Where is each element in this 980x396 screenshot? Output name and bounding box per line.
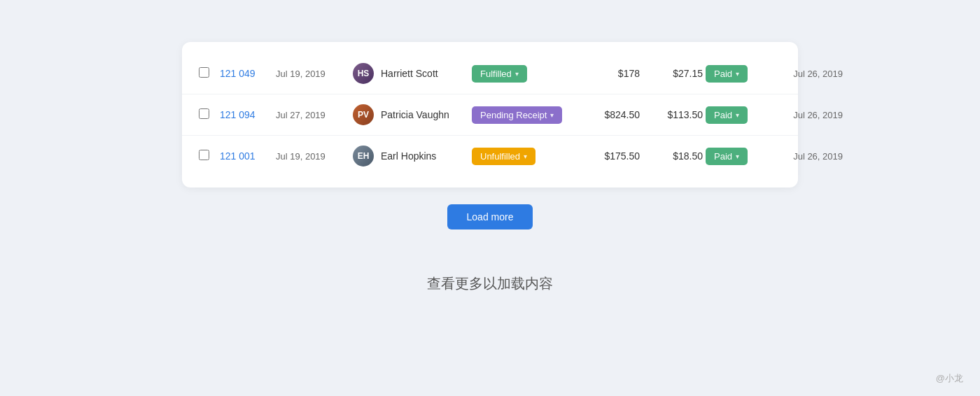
payment-chevron-icon: ▾	[736, 111, 739, 119]
order-number[interactable]: 121 094	[220, 108, 276, 121]
order-date: Jul 27, 2019	[276, 110, 353, 120]
order-fee: $18.50	[640, 150, 703, 162]
order-amount: $178	[577, 68, 640, 79]
row-checkbox-col	[199, 150, 220, 163]
last-date: Jul 26, 2019	[773, 69, 843, 79]
order-link[interactable]: 121 049	[220, 68, 255, 79]
order-link[interactable]: 121 001	[220, 150, 255, 162]
customer-name: Harriett Scott	[381, 68, 472, 79]
load-more-button[interactable]: Load more	[447, 204, 533, 229]
orders-card: 121 049 Jul 19, 2019 HS Harriett Scott F…	[182, 42, 798, 188]
row-checkbox[interactable]	[199, 67, 209, 78]
payment-status-badge[interactable]: Paid ▾	[706, 148, 748, 165]
row-checkbox[interactable]	[199, 150, 209, 160]
avatar: HS	[353, 63, 374, 84]
order-fee: $27.15	[640, 68, 703, 79]
last-date: Jul 26, 2019	[773, 151, 843, 162]
load-more-container: Load more	[447, 204, 533, 229]
table-row: 121 001 Jul 19, 2019 EH Earl Hopkins Unf…	[182, 136, 798, 176]
row-checkbox-col	[199, 67, 220, 80]
customer-name: Patricia Vaughn	[381, 109, 472, 120]
payment-chevron-icon: ▾	[736, 70, 739, 78]
fulfillment-status-col: Unfulfilled ▾	[472, 148, 577, 165]
table-row: 121 049 Jul 19, 2019 HS Harriett Scott F…	[182, 53, 798, 94]
order-date: Jul 19, 2019	[276, 151, 353, 162]
status-chevron-icon: ▾	[550, 111, 554, 119]
payment-chevron-icon: ▾	[736, 153, 739, 160]
fulfillment-status-badge[interactable]: Fulfilled ▾	[472, 65, 527, 83]
status-chevron-icon: ▾	[515, 70, 519, 78]
avatar: PV	[353, 104, 374, 125]
subtitle-text: 查看更多以加载内容	[427, 274, 553, 293]
payment-status-col: Paid ▾	[703, 106, 773, 124]
fulfillment-status-col: Fulfilled ▾	[472, 65, 577, 83]
customer-avatar-col: HS	[353, 63, 381, 84]
customer-avatar-col: EH	[353, 146, 381, 167]
customer-name: Earl Hopkins	[381, 150, 472, 162]
table-row: 121 094 Jul 27, 2019 PV Patricia Vaughn …	[182, 94, 798, 136]
status-chevron-icon: ▾	[524, 153, 527, 160]
avatar: EH	[353, 146, 374, 167]
order-fee: $113.50	[640, 109, 703, 120]
watermark: @小龙	[936, 372, 963, 385]
order-number[interactable]: 121 049	[220, 67, 276, 80]
fulfillment-status-badge[interactable]: Pending Receipt ▾	[472, 106, 562, 124]
customer-avatar-col: PV	[353, 104, 381, 125]
fulfillment-status-col: Pending Receipt ▾	[472, 106, 577, 124]
payment-status-col: Paid ▾	[703, 148, 773, 165]
order-number[interactable]: 121 001	[220, 150, 276, 162]
order-date: Jul 19, 2019	[276, 69, 353, 79]
payment-status-col: Paid ▾	[703, 65, 773, 83]
last-date: Jul 26, 2019	[773, 110, 843, 120]
row-checkbox-col	[199, 108, 220, 122]
payment-status-badge[interactable]: Paid ▾	[706, 106, 748, 124]
fulfillment-status-badge[interactable]: Unfulfilled ▾	[472, 148, 536, 165]
order-amount: $824.50	[577, 109, 640, 120]
payment-status-badge[interactable]: Paid ▾	[706, 65, 748, 83]
order-amount: $175.50	[577, 150, 640, 162]
order-link[interactable]: 121 094	[220, 109, 255, 120]
row-checkbox[interactable]	[199, 108, 209, 119]
